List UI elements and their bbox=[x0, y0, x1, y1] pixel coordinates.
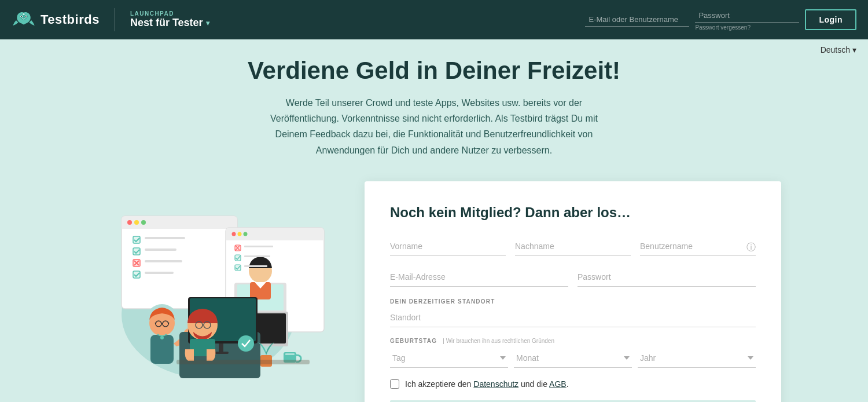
birthday-note: | Wir brauchen ihn aus rechtlichen Gründ… bbox=[443, 338, 554, 344]
illustration-container bbox=[87, 181, 330, 390]
password-group bbox=[578, 268, 756, 287]
content-row: Noch kein Mitglied? Dann aber los… ⓘ bbox=[87, 181, 781, 402]
lastname-input[interactable] bbox=[515, 237, 631, 256]
lastname-group bbox=[515, 237, 631, 256]
login-button[interactable]: Login bbox=[805, 9, 856, 30]
birthday-label-row: GEBURTSTAG | Wir brauchen ihn aus rechtl… bbox=[390, 338, 756, 344]
header-right: Passwort vergessen? Login bbox=[585, 9, 856, 31]
datenschutz-link[interactable]: Datenschutz bbox=[473, 379, 518, 389]
header-divider bbox=[115, 8, 115, 31]
password-input[interactable] bbox=[578, 268, 756, 287]
terms-row: Ich akzeptiere den Datenschutz und die A… bbox=[390, 379, 756, 389]
svg-point-2 bbox=[21, 16, 22, 17]
form-title: Noch kein Mitglied? Dann aber los… bbox=[390, 204, 756, 221]
svg-rect-53 bbox=[285, 353, 295, 355]
username-group: ⓘ bbox=[640, 237, 756, 256]
location-input[interactable] bbox=[390, 308, 756, 327]
birthday-section: GEBURTSTAG | Wir brauchen ihn aus rechtl… bbox=[390, 338, 756, 368]
username-input[interactable] bbox=[640, 237, 756, 256]
svg-rect-15 bbox=[145, 260, 182, 262]
firstname-input[interactable] bbox=[390, 237, 506, 256]
day-select[interactable]: Tag bbox=[390, 349, 508, 368]
svg-rect-11 bbox=[145, 237, 185, 239]
brand-logo[interactable]: Testbirds bbox=[12, 10, 100, 29]
svg-point-23 bbox=[160, 336, 164, 339]
launchpad-label: LAUNCHPAD bbox=[130, 10, 209, 17]
svg-rect-39 bbox=[244, 255, 270, 257]
illustration-svg bbox=[87, 181, 330, 390]
hero-section: Verdiene Geld in Deiner Freizeit! Werde … bbox=[248, 57, 620, 158]
svg-rect-16 bbox=[133, 271, 140, 278]
month-select[interactable]: Monat bbox=[514, 349, 632, 368]
svg-point-27 bbox=[232, 232, 236, 236]
email-password-row bbox=[390, 268, 756, 287]
svg-point-28 bbox=[238, 232, 242, 236]
svg-point-8 bbox=[134, 220, 139, 225]
nest-dropdown-icon[interactable]: ▾ bbox=[206, 19, 209, 27]
svg-point-55 bbox=[238, 335, 254, 352]
svg-rect-17 bbox=[145, 272, 174, 274]
forgot-password-link[interactable]: Passwort vergessen? bbox=[695, 24, 799, 31]
svg-rect-6 bbox=[122, 224, 237, 229]
name-row: ⓘ bbox=[390, 237, 756, 256]
agb-link[interactable]: AGB bbox=[549, 379, 567, 389]
location-section: DEIN DERZEITIGER STANDORT bbox=[390, 298, 756, 327]
svg-rect-13 bbox=[145, 248, 176, 251]
header-email-input[interactable] bbox=[585, 13, 689, 27]
svg-rect-26 bbox=[226, 236, 324, 240]
birthday-label: GEBURTSTAG bbox=[390, 338, 437, 344]
logo-section: Testbirds LAUNCHPAD Nest für Tester ▾ bbox=[12, 8, 209, 31]
terms-text: Ich akzeptiere den Datenschutz und die A… bbox=[405, 379, 569, 389]
hero-subtitle: Werde Teil unserer Crowd und teste Apps,… bbox=[260, 95, 608, 158]
email-input-group bbox=[585, 13, 689, 27]
launchpad-section: LAUNCHPAD Nest für Tester ▾ bbox=[130, 10, 209, 29]
terms-checkbox[interactable] bbox=[390, 379, 399, 389]
nest-title: Nest für Tester ▾ bbox=[130, 17, 209, 29]
header-password-input[interactable] bbox=[695, 9, 799, 23]
location-label: DEIN DERZEITIGER STANDORT bbox=[390, 298, 756, 305]
svg-point-29 bbox=[244, 232, 248, 236]
svg-rect-41 bbox=[244, 265, 267, 267]
password-input-group: Passwort vergessen? bbox=[695, 9, 799, 31]
svg-rect-54 bbox=[176, 360, 310, 364]
username-info-icon[interactable]: ⓘ bbox=[746, 242, 756, 254]
svg-point-3 bbox=[25, 16, 27, 17]
header: Testbirds LAUNCHPAD Nest für Tester ▾ Pa… bbox=[0, 0, 868, 39]
svg-point-7 bbox=[127, 220, 132, 225]
svg-rect-12 bbox=[133, 248, 140, 255]
svg-rect-45 bbox=[219, 343, 223, 353]
svg-point-9 bbox=[141, 220, 146, 225]
registration-card: Noch kein Mitglied? Dann aber los… ⓘ bbox=[365, 181, 781, 402]
firstname-group bbox=[390, 237, 506, 256]
year-select[interactable]: Jahr bbox=[638, 349, 756, 368]
email-group bbox=[390, 268, 568, 287]
email-input[interactable] bbox=[390, 268, 568, 287]
bird-icon bbox=[12, 10, 36, 29]
svg-rect-10 bbox=[133, 236, 140, 243]
svg-rect-37 bbox=[244, 246, 273, 247]
hero-title: Verdiene Geld in Deiner Freizeit! bbox=[248, 57, 620, 85]
brand-name: Testbirds bbox=[41, 12, 100, 27]
main-content: Verdiene Geld in Deiner Freizeit! Werde … bbox=[0, 39, 868, 402]
birthday-selects: Tag Monat Jahr bbox=[390, 349, 756, 368]
